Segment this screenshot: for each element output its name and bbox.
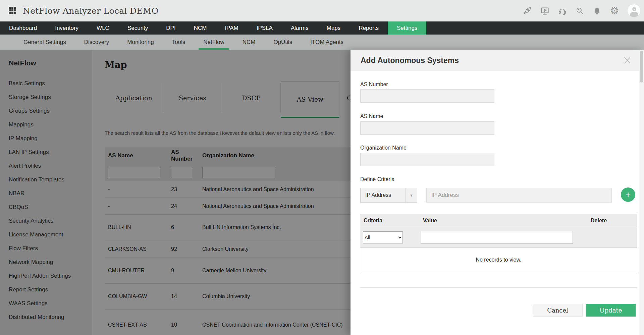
panel-title: Add Autonomous Systems — [361, 56, 459, 65]
criteria-value-filter-input[interactable] — [421, 231, 573, 244]
nav-overflow-icon[interactable]: ⋮ — [628, 0, 641, 13]
nav-tab[interactable]: Reports — [350, 21, 388, 35]
app-header: NetFlow Analyzer Local DEMO ⚙ — [0, 0, 644, 21]
criteria-column-header: Delete — [587, 218, 637, 224]
nav-tab[interactable]: DPI — [157, 21, 184, 35]
apps-grid-icon[interactable] — [9, 7, 17, 15]
footer-divider — [360, 287, 637, 288]
nav-tab[interactable]: Inventory — [46, 21, 88, 35]
subnav-tab[interactable]: General Settings — [19, 35, 71, 50]
nav-tab[interactable]: NCM — [185, 21, 216, 35]
rocket-icon[interactable] — [523, 6, 532, 15]
panel-header: Add Autonomous Systems — [351, 50, 644, 71]
support-headset-icon[interactable] — [557, 6, 567, 15]
criteria-table: CriteriaValueDelete All No records to vi… — [360, 214, 637, 272]
close-icon[interactable] — [623, 56, 632, 65]
criteria-filter-row: All — [360, 227, 637, 248]
as-number-label: AS Number — [360, 81, 388, 88]
subnav-tab[interactable]: ITOM Agents — [306, 35, 348, 50]
nav-tab[interactable]: WLC — [88, 21, 118, 35]
criteria-type-dropdown[interactable]: IP Address ▾ — [360, 188, 417, 203]
modal-backdrop — [0, 50, 351, 335]
nav-tab[interactable]: Security — [118, 21, 157, 35]
criteria-table-header: CriteriaValueDelete — [360, 214, 637, 227]
criteria-column-header: Value — [420, 218, 587, 224]
add-criteria-button[interactable]: + — [621, 187, 635, 202]
app-title: NetFlow Analyzer Local DEMO — [23, 6, 159, 16]
cancel-button[interactable]: Cancel — [533, 304, 583, 317]
subnav-tab[interactable]: NCM — [238, 35, 260, 50]
nav-tab[interactable]: Alarms — [282, 21, 318, 35]
nav-tab[interactable]: Dashboard — [0, 21, 46, 35]
header-icon-group: ⚙ — [523, 0, 641, 21]
update-button[interactable]: Update — [586, 304, 636, 317]
panel-scrollbar[interactable] — [639, 50, 644, 335]
organization-name-label: Organization Name — [360, 145, 407, 151]
nav-tab[interactable]: IPAM — [216, 21, 247, 35]
subnav-tab[interactable]: NetFlow — [199, 35, 229, 50]
demo-video-icon[interactable] — [540, 6, 549, 15]
as-name-input[interactable] — [360, 121, 494, 135]
scrollbar-thumb[interactable] — [640, 51, 643, 82]
as-number-input[interactable] — [360, 89, 494, 103]
add-autonomous-systems-panel: Add Autonomous Systems AS Number AS Name… — [351, 50, 644, 335]
criteria-column-header: Criteria — [360, 218, 420, 224]
criteria-type-selected: IP Address — [361, 192, 406, 198]
nav-tab[interactable]: IPSLA — [248, 21, 282, 35]
subnav-tab[interactable]: Monitoring — [122, 35, 158, 50]
search-icon[interactable] — [575, 6, 584, 15]
notifications-bell-icon[interactable] — [592, 6, 602, 15]
settings-subnav: General SettingsDiscoveryMonitoringTools… — [0, 35, 644, 50]
app-window: NetFlow Analyzer Local DEMO ⚙ DashboardI… — [0, 0, 644, 335]
criteria-filter-select[interactable]: All — [363, 231, 403, 243]
ip-address-input[interactable] — [426, 188, 612, 203]
define-criteria-label: Define Criteria — [360, 176, 394, 182]
organization-name-input[interactable] — [360, 153, 494, 166]
nav-tab[interactable]: Settings — [388, 21, 426, 35]
subnav-tab[interactable]: Discovery — [79, 35, 114, 50]
as-name-label: AS Name — [360, 113, 383, 119]
subnav-tab[interactable]: OpUtils — [269, 35, 297, 50]
criteria-empty-message: No records to view. — [360, 248, 637, 272]
nav-tab[interactable]: Maps — [318, 21, 350, 35]
chevron-down-icon: ▾ — [406, 188, 417, 202]
main-nav: DashboardInventoryWLCSecurityDPINCMIPAMI… — [0, 21, 644, 35]
settings-gear-icon[interactable]: ⚙ — [610, 6, 619, 15]
subnav-tab[interactable]: Tools — [167, 35, 190, 50]
